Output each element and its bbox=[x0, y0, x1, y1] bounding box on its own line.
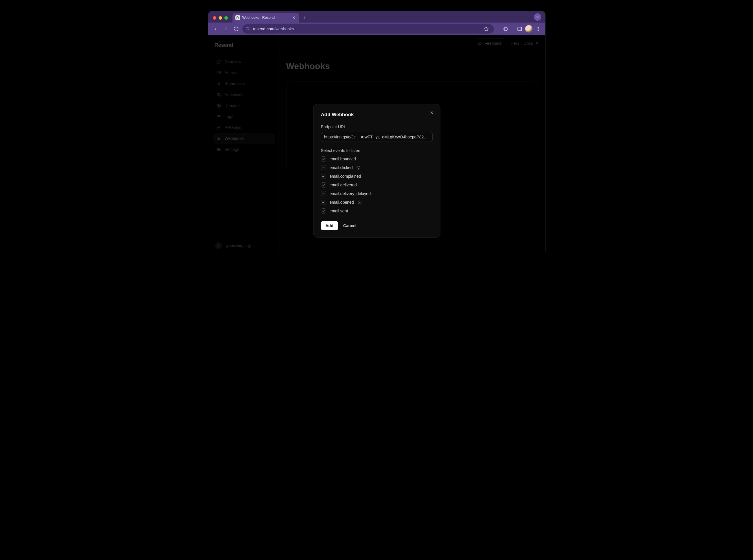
event-row: email.bounced bbox=[321, 156, 432, 162]
close-icon bbox=[429, 111, 434, 115]
svg-point-3 bbox=[538, 27, 538, 28]
maximize-window-button[interactable] bbox=[225, 16, 228, 20]
tab-favicon: R bbox=[235, 15, 240, 20]
info-icon[interactable] bbox=[356, 165, 361, 170]
event-row: email.sent bbox=[321, 208, 432, 214]
close-window-button[interactable] bbox=[213, 16, 216, 20]
svg-point-1 bbox=[248, 28, 249, 29]
svg-point-0 bbox=[247, 27, 248, 28]
event-name: email.delivery_delayed bbox=[330, 191, 371, 196]
modal-title: Add Webhook bbox=[321, 112, 432, 118]
event-name: email.opened bbox=[330, 200, 354, 205]
event-name: email.clicked bbox=[330, 165, 353, 170]
event-row: email.delivered bbox=[321, 182, 432, 187]
event-name: email.bounced bbox=[330, 157, 356, 161]
event-checkbox[interactable] bbox=[321, 208, 326, 214]
close-tab-button[interactable]: ✕ bbox=[291, 15, 296, 21]
sidepanel-button[interactable] bbox=[515, 24, 524, 33]
svg-point-5 bbox=[538, 30, 538, 31]
event-name: email.complained bbox=[330, 174, 361, 179]
event-checkbox[interactable] bbox=[321, 191, 326, 196]
events-list: email.bouncedemail.clickedemail.complain… bbox=[321, 156, 432, 214]
forward-button[interactable] bbox=[221, 24, 230, 33]
event-checkbox[interactable] bbox=[321, 174, 326, 179]
extensions-button[interactable] bbox=[502, 24, 510, 33]
event-checkbox[interactable] bbox=[321, 156, 326, 162]
tab-search-button[interactable] bbox=[534, 13, 541, 21]
url-text: resend.com/webhooks bbox=[253, 26, 294, 31]
close-modal-button[interactable] bbox=[428, 109, 436, 117]
reload-button[interactable] bbox=[232, 24, 240, 33]
events-label: Select events to listen bbox=[321, 148, 432, 153]
bookmark-button[interactable] bbox=[482, 24, 490, 33]
browser-window: R Webhooks · Resend ✕ ＋ resend.com/webho… bbox=[208, 11, 545, 255]
event-row: email.clicked bbox=[321, 165, 432, 170]
event-checkbox[interactable] bbox=[321, 165, 326, 170]
browser-menu-button[interactable] bbox=[534, 24, 542, 33]
event-row: email.complained bbox=[321, 174, 432, 179]
profile-avatar[interactable] bbox=[525, 25, 533, 33]
add-webhook-modal: Add Webhook Endpoint URL Select events t… bbox=[313, 104, 440, 238]
back-button[interactable] bbox=[211, 24, 220, 33]
new-tab-button[interactable]: ＋ bbox=[301, 14, 309, 22]
endpoint-url-input[interactable] bbox=[321, 132, 432, 142]
tab-strip: R Webhooks · Resend ✕ ＋ bbox=[208, 11, 545, 22]
window-controls bbox=[211, 16, 231, 22]
endpoint-url-label: Endpoint URL bbox=[321, 124, 432, 129]
info-icon[interactable] bbox=[358, 200, 362, 205]
site-settings-icon[interactable] bbox=[246, 26, 250, 32]
event-row: email.delivery_delayed bbox=[321, 191, 432, 196]
tab-title: Webhooks · Resend bbox=[242, 16, 289, 20]
svg-rect-2 bbox=[518, 27, 522, 31]
cancel-button[interactable]: Cancel bbox=[343, 223, 356, 228]
browser-tab[interactable]: R Webhooks · Resend ✕ bbox=[232, 13, 299, 22]
event-name: email.sent bbox=[330, 208, 348, 213]
minimize-window-button[interactable] bbox=[219, 16, 222, 20]
address-bar[interactable]: resend.com/webhooks bbox=[242, 24, 494, 34]
event-checkbox[interactable] bbox=[321, 182, 326, 187]
event-row: email.opened bbox=[321, 200, 432, 205]
add-button[interactable]: Add bbox=[321, 221, 338, 230]
app-viewport: Resend Overview Emails Broadcasts bbox=[208, 35, 545, 255]
modal-actions: Add Cancel bbox=[321, 221, 432, 230]
event-checkbox[interactable] bbox=[321, 200, 326, 205]
svg-point-4 bbox=[538, 28, 538, 29]
browser-toolbar: resend.com/webhooks bbox=[208, 22, 545, 35]
event-name: email.delivered bbox=[330, 183, 357, 187]
